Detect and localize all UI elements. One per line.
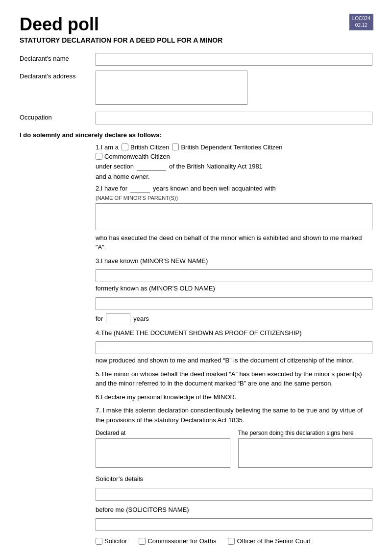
british-citizen-label: British Citizen bbox=[130, 144, 169, 151]
minor-new-name-input[interactable] bbox=[96, 269, 372, 282]
declarants-address-label: Declarant's address bbox=[20, 71, 96, 80]
item4-suffix: now produced and shown to me and marked … bbox=[96, 356, 372, 365]
commissioner-checkbox[interactable] bbox=[139, 538, 146, 545]
citizenship-doc-input[interactable] bbox=[96, 341, 372, 354]
solicitors-name-input[interactable] bbox=[96, 518, 372, 531]
solicitor-label: Solicitor bbox=[104, 537, 127, 545]
commonwealth-option[interactable]: Commonwealth Citizen bbox=[96, 153, 170, 160]
declarants-name-label: Declarant's name bbox=[20, 53, 96, 62]
minor-old-name-input[interactable] bbox=[96, 297, 372, 310]
signing-label: The person doing this declaration signs … bbox=[238, 430, 373, 436]
home-owner-text: and a home owner. bbox=[96, 173, 150, 180]
under-section-prefix: under section bbox=[96, 163, 134, 170]
solicitors-label: Solicitor’s details bbox=[96, 474, 372, 484]
item6-text: 6.I declare my personal knowledge of the… bbox=[96, 392, 372, 402]
loc-badge: LOC024 02.12 bbox=[349, 14, 373, 30]
officer-label: Officer of the Senior Court bbox=[237, 537, 311, 545]
known-years-input[interactable] bbox=[106, 313, 130, 324]
british-dependent-option[interactable]: British Dependent Territories Citizen bbox=[172, 144, 282, 151]
item5-text: 5.The minor on whose behalf the deed mar… bbox=[96, 369, 372, 388]
solicitors-details-input[interactable] bbox=[96, 488, 372, 501]
section-number-input[interactable] bbox=[137, 162, 166, 171]
for-label: for bbox=[96, 315, 103, 322]
solicitor-checkbox[interactable] bbox=[96, 538, 102, 545]
page-title: Deed poll bbox=[20, 15, 372, 34]
item7-text: 7. I make this solemn declaration consci… bbox=[96, 406, 372, 425]
occupation-label: Occupation bbox=[20, 112, 96, 121]
declared-at-input[interactable] bbox=[96, 438, 230, 468]
british-dependent-label: British Dependent Territories Citizen bbox=[181, 144, 282, 151]
british-dependent-checkbox[interactable] bbox=[172, 144, 179, 150]
declarants-address-input[interactable] bbox=[96, 71, 247, 105]
formerly-label: formerly known as (MINOR'S OLD NAME) bbox=[96, 284, 372, 293]
commonwealth-label: Commonwealth Citizen bbox=[104, 153, 170, 160]
years-label: years bbox=[133, 315, 149, 322]
item1-prefix: 1.I am a bbox=[96, 144, 119, 151]
item3-prefix: 3.I have known (MINOR'S NEW NAME) bbox=[96, 256, 372, 266]
years-acquainted-input[interactable] bbox=[130, 184, 150, 193]
under-section-suffix: of the British Nationality Act 1981 bbox=[169, 163, 263, 170]
item2-prefix: 2.I have for bbox=[96, 185, 127, 192]
commonwealth-checkbox[interactable] bbox=[96, 153, 102, 160]
item2-who-text: who has executed the deed on behalf of t… bbox=[96, 233, 372, 252]
item4-prefix: 4.The (NAME THE DOCUMENT SHOWN AS PROOF … bbox=[96, 328, 372, 338]
british-citizen-option[interactable]: British Citizen bbox=[122, 144, 169, 151]
commissioner-label: Commissioner for Oaths bbox=[147, 537, 216, 545]
parents-name-input[interactable] bbox=[96, 203, 372, 230]
officer-option[interactable]: Officer of the Senior Court bbox=[228, 537, 311, 545]
officer-checkbox[interactable] bbox=[228, 538, 235, 545]
before-me-label: before me (SOLICITORS NAME) bbox=[96, 505, 372, 515]
british-citizen-checkbox[interactable] bbox=[122, 144, 128, 150]
declared-at-label: Declared at bbox=[96, 430, 230, 436]
item2-suffix: years known and been well acquainted wit… bbox=[153, 185, 276, 192]
signing-input[interactable] bbox=[238, 438, 373, 468]
declarants-name-input[interactable] bbox=[96, 53, 372, 66]
declaration-header: I do solemnly and sincerely declare as f… bbox=[20, 131, 372, 139]
parents-name-note: (NAME OF MINOR'S PARENT(S)) bbox=[96, 195, 372, 201]
subtitle: STATUTORY DECLARATION FOR A DEED POLL FO… bbox=[20, 36, 372, 44]
commissioner-option[interactable]: Commissioner for Oaths bbox=[139, 537, 216, 545]
occupation-input[interactable] bbox=[96, 112, 372, 124]
solicitor-option[interactable]: Solicitor bbox=[96, 537, 127, 545]
